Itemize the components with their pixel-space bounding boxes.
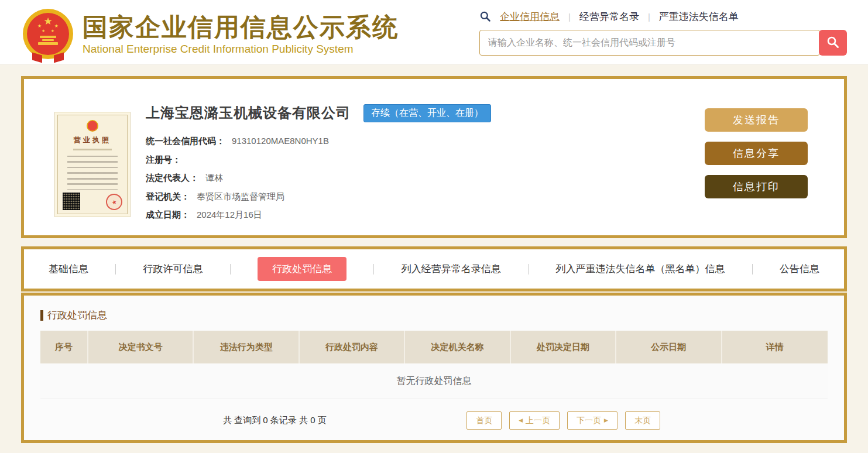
status-badge: 存续（在营、开业、在册） [363, 104, 491, 122]
license-footer: ★ [63, 193, 122, 210]
nav-link-abnormal-operations[interactable]: 经营异常名录 [579, 10, 639, 23]
field-value: 奉贤区市场监督管理局 [197, 187, 284, 206]
tab-serious-violations-blacklist[interactable]: 列入严重违法失信名单（黑名单）信息 [555, 262, 725, 276]
table-empty-state: 暂无行政处罚信息 [40, 363, 828, 399]
nav-link-serious-violations[interactable]: 严重违法失信名单 [659, 10, 739, 23]
section-title-row: 行政处罚信息 [40, 308, 828, 322]
record-count-summary: 共 查询到 0 条记录 共 0 页 [223, 415, 327, 426]
company-fields: 统一社会信用代码： 91310120MAE8N0HY1B 注册号： 法定代表人：… [146, 132, 705, 224]
prev-page-button[interactable]: ◀ 上一页 [509, 411, 560, 430]
business-license-image: 营业执照 ★ [54, 112, 131, 217]
tab-separator [528, 264, 529, 274]
column-header-decision-authority: 决定机关名称 [405, 331, 510, 363]
field-label: 成立日期： [146, 205, 190, 224]
field-registration-authority: 登记机关： 奉贤区市场监督管理局 [146, 187, 705, 206]
penalty-info-panel: 行政处罚信息 序号 决定书文号 违法行为类型 行政处罚内容 决定机关名称 处罚决… [21, 293, 847, 443]
column-header-seq: 序号 [40, 331, 88, 363]
tab-abnormal-operations-list[interactable]: 列入经营异常名录信息 [402, 262, 501, 276]
last-page-label: 末页 [634, 416, 651, 426]
company-info: 上海宝恩潞玉机械设备有限公司 存续（在营、开业、在册） 统一社会信用代码： 91… [146, 104, 705, 235]
tab-separator [752, 264, 753, 274]
nav-separator: | [648, 12, 650, 22]
license-subtitle-line [73, 149, 111, 150]
column-header-violation-type: 违法行为类型 [194, 331, 299, 363]
section-title-bar [40, 310, 43, 321]
column-header-details: 详情 [722, 331, 828, 363]
tab-administrative-license[interactable]: 行政许可信息 [143, 262, 203, 276]
license-red-stamp-icon: ★ [104, 192, 123, 211]
emblem-gate-shape [40, 36, 56, 38]
license-qr-code [63, 193, 80, 210]
last-page-button[interactable]: 末页 [625, 411, 660, 430]
search-submit-button[interactable] [819, 30, 847, 56]
penalty-table: 序号 决定书文号 违法行为类型 行政处罚内容 决定机关名称 处罚决定日期 公示日… [40, 331, 828, 399]
tab-separator [115, 264, 116, 274]
next-page-label: 下一页 [577, 416, 601, 426]
info-tabs-card: 基础信息 行政许可信息 行政处罚信息 列入经营异常名录信息 列入严重违法失信名单… [21, 246, 847, 291]
column-header-publicity-date: 公示日期 [616, 331, 722, 363]
next-page-button[interactable]: 下一页 ▶ [567, 411, 617, 430]
first-page-button[interactable]: 首页 [466, 411, 502, 430]
site-title-english: National Enterprise Credit Information P… [83, 43, 399, 56]
site-brand: ★ ★ ★ ★ ★ 国家企业信用信息公示系统 National Enterpri… [22, 6, 399, 64]
nav-separator: | [568, 12, 571, 22]
emblem-gate-shape [42, 39, 54, 41]
field-value: 91310120MAE8N0HY1B [232, 132, 329, 150]
license-title: 营业执照 [74, 135, 111, 145]
field-label: 法定代表人： [146, 169, 198, 187]
field-unified-social-credit-code: 统一社会信用代码： 91310120MAE8N0HY1B [146, 132, 705, 150]
penalty-table-header: 序号 决定书文号 违法行为类型 行政处罚内容 决定机关名称 处罚决定日期 公示日… [40, 331, 828, 363]
company-summary-card: 营业执照 ★ 上海宝恩潞玉机械设备有限公司 存续（在营、开业、在册） 统一社会信… [21, 76, 847, 238]
field-registration-number: 注册号： [146, 150, 705, 169]
emblem-star-icon: ★ [43, 16, 52, 26]
company-name-row: 上海宝恩潞玉机械设备有限公司 存续（在营、开业、在册） [146, 104, 705, 122]
site-header: ★ ★ ★ ★ ★ 国家企业信用信息公示系统 National Enterpri… [0, 0, 868, 64]
column-header-penalty-content: 行政处罚内容 [300, 331, 405, 363]
share-info-button[interactable]: 信息分享 [705, 142, 808, 165]
main-content: 营业执照 ★ 上海宝恩潞玉机械设备有限公司 存续（在营、开业、在册） 统一社会信… [0, 64, 868, 443]
site-titles: 国家企业信用信息公示系统 National Enterprise Credit … [83, 14, 399, 56]
tab-separator [230, 264, 231, 274]
license-text-lines [67, 156, 118, 190]
emblem-small-star-icon: ★ [54, 24, 59, 29]
tab-announcements[interactable]: 公告信息 [780, 262, 819, 276]
search-bar [479, 30, 847, 56]
field-label: 注册号： [146, 150, 181, 169]
company-action-buttons: 发送报告 信息分享 信息打印 [705, 108, 808, 235]
field-label: 登记机关： [146, 187, 190, 206]
tab-separator [373, 264, 374, 274]
next-arrow-icon: ▶ [604, 418, 608, 423]
section-title: 行政处罚信息 [47, 308, 107, 322]
info-tabs: 基础信息 行政许可信息 行政处罚信息 列入经营异常名录信息 列入严重违法失信名单… [24, 257, 844, 281]
emblem-gate-shape [38, 42, 58, 45]
first-page-label: 首页 [476, 416, 492, 426]
top-nav: 企业信用信息 | 经营异常名录 | 严重违法失信名单 [479, 8, 847, 25]
tab-basic-info[interactable]: 基础信息 [49, 262, 88, 276]
company-name: 上海宝恩潞玉机械设备有限公司 [146, 104, 351, 122]
prev-arrow-icon: ◀ [519, 418, 523, 423]
business-license-inner: 营业执照 ★ [57, 115, 128, 214]
send-report-button[interactable]: 发送报告 [705, 108, 808, 132]
field-establishment-date: 成立日期： 2024年12月16日 [146, 205, 705, 224]
pagination-bar: 共 查询到 0 条记录 共 0 页 首页 ◀ 上一页 下一页 ▶ 末页 [40, 411, 828, 430]
column-header-decision-date: 处罚决定日期 [511, 331, 616, 363]
site-title-chinese: 国家企业信用信息公示系统 [83, 14, 399, 40]
header-right: 企业信用信息 | 经营异常名录 | 严重违法失信名单 [479, 6, 847, 64]
field-label: 统一社会信用代码： [146, 132, 225, 150]
field-value: 2024年12月16日 [197, 205, 262, 224]
national-emblem-logo: ★ ★ ★ ★ ★ [22, 9, 74, 61]
column-header-decision-doc-no: 决定书文号 [88, 331, 194, 363]
emblem-small-star-icon: ★ [42, 29, 45, 33]
field-legal-representative: 法定代表人： 谭林 [146, 169, 705, 187]
emblem-small-star-icon: ★ [37, 24, 42, 29]
tab-administrative-penalty[interactable]: 行政处罚信息 [258, 257, 346, 281]
pagination-buttons: 首页 ◀ 上一页 下一页 ▶ 末页 [466, 411, 660, 430]
search-input[interactable] [479, 30, 820, 56]
prev-page-label: 上一页 [526, 416, 550, 426]
print-info-button[interactable]: 信息打印 [705, 175, 808, 198]
emblem-small-star-icon: ★ [51, 29, 54, 33]
search-icon [826, 35, 840, 51]
license-emblem-icon [87, 120, 98, 132]
nav-link-enterprise-credit[interactable]: 企业信用信息 [500, 10, 560, 23]
search-icon [479, 11, 491, 22]
